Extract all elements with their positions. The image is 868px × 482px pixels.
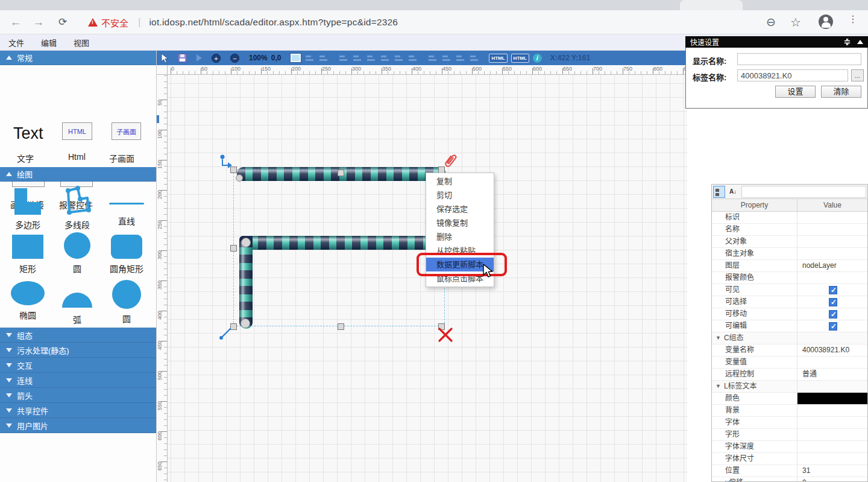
property-value[interactable] bbox=[797, 441, 867, 452]
security-chip[interactable]: 不安全 | iot.idosp.net/html/scada/editor.as… bbox=[88, 16, 398, 29]
pipe-joint[interactable] bbox=[236, 174, 243, 182]
display-name-input[interactable] bbox=[737, 53, 861, 65]
menubar-item-0[interactable]: 文件 bbox=[0, 34, 33, 50]
property-value[interactable] bbox=[797, 296, 867, 308]
back-icon[interactable]: ← bbox=[8, 15, 23, 30]
property-row[interactable]: 位置31 bbox=[712, 465, 867, 477]
sidebar-section-collapsed-0[interactable]: 组态 bbox=[0, 328, 156, 343]
paste-icon[interactable] bbox=[318, 54, 329, 63]
property-row[interactable]: 远程控制普通 bbox=[712, 369, 867, 381]
text-widget-preview[interactable]: Text bbox=[13, 124, 43, 143]
context-menu-item-0[interactable]: 复制 bbox=[426, 174, 494, 188]
dock-icon[interactable] bbox=[843, 38, 851, 46]
property-row[interactable]: x偏移0 bbox=[712, 477, 867, 482]
menubar-item-1[interactable]: 编辑 bbox=[33, 34, 65, 50]
property-value[interactable]: 普通 bbox=[797, 369, 867, 380]
context-menu-item-1[interactable]: 剪切 bbox=[426, 188, 494, 202]
property-row[interactable]: 宿主对象 bbox=[712, 248, 867, 260]
sidebar-section-drawing[interactable]: 绘图 bbox=[0, 167, 156, 182]
same-height-icon[interactable] bbox=[441, 54, 451, 63]
property-row[interactable]: 图层nodeLayer bbox=[712, 260, 867, 272]
group-collapse-icon[interactable]: ▼ bbox=[715, 381, 721, 392]
property-value[interactable] bbox=[797, 224, 867, 235]
collapse-panel-icon[interactable] bbox=[857, 40, 863, 44]
property-row[interactable]: 可选择 bbox=[712, 296, 867, 308]
property-row[interactable]: 可编辑 bbox=[712, 320, 867, 332]
align-right-icon[interactable] bbox=[366, 54, 376, 63]
pipe-corner-joint[interactable] bbox=[241, 238, 251, 247]
sidebar-section-general[interactable]: 常规 bbox=[0, 51, 156, 65]
align-center-icon[interactable] bbox=[352, 54, 362, 63]
property-value[interactable] bbox=[797, 453, 867, 465]
profile-avatar[interactable] bbox=[819, 14, 833, 29]
property-value[interactable]: 31 bbox=[797, 465, 867, 477]
property-value[interactable] bbox=[797, 272, 867, 284]
property-row[interactable]: 字体尺寸 bbox=[712, 453, 867, 465]
checkbox-checked-icon[interactable] bbox=[829, 286, 837, 294]
tag-browse-button[interactable]: ... bbox=[851, 69, 864, 81]
sidebar-section-collapsed-4[interactable]: 箭头 bbox=[0, 388, 156, 403]
property-value[interactable]: nodeLayer bbox=[797, 260, 867, 271]
group-collapse-icon[interactable]: ▼ bbox=[715, 332, 721, 344]
context-menu-item-2[interactable]: 保存选定 bbox=[426, 202, 494, 216]
property-value[interactable]: 0 bbox=[797, 477, 867, 482]
property-row[interactable]: 字形 bbox=[712, 429, 867, 441]
shape-arc[interactable]: 弧 bbox=[53, 281, 101, 325]
select-cursor-icon[interactable] bbox=[160, 53, 168, 63]
selection-handle-tm[interactable] bbox=[338, 170, 344, 176]
menubar-item-2[interactable]: 视图 bbox=[65, 34, 98, 50]
property-row[interactable]: 父对象 bbox=[712, 236, 867, 248]
shape-ellipse[interactable]: 椭圆 bbox=[4, 281, 52, 321]
save-icon[interactable] bbox=[178, 54, 187, 62]
property-value[interactable] bbox=[797, 212, 867, 223]
url-text[interactable]: iot.idosp.net/html/scada/editor.aspx.htm… bbox=[149, 17, 398, 28]
selection-handle-bm[interactable] bbox=[338, 323, 344, 330]
property-row[interactable]: ▼L标签文本 bbox=[712, 381, 867, 393]
property-value[interactable] bbox=[797, 417, 867, 428]
color-swatch[interactable] bbox=[797, 393, 867, 404]
screen-settings-icon[interactable] bbox=[291, 54, 301, 62]
property-row[interactable]: 背景 bbox=[712, 405, 867, 417]
align-top-icon[interactable] bbox=[380, 54, 390, 63]
copy-icon[interactable] bbox=[304, 54, 315, 63]
run-icon[interactable] bbox=[197, 54, 202, 62]
shape-rounded-rect[interactable]: 圆角矩形 bbox=[102, 235, 151, 274]
shape-rect[interactable]: 矩形 bbox=[4, 235, 52, 274]
property-row[interactable]: 标识 bbox=[712, 212, 867, 224]
property-row[interactable]: 变量值 bbox=[712, 357, 867, 369]
categorized-view-icon[interactable] bbox=[713, 186, 725, 198]
shape-polyline[interactable]: 多线段 bbox=[53, 186, 101, 230]
context-menu-item-3[interactable]: 镜像复制 bbox=[426, 216, 494, 230]
property-row[interactable]: 名称 bbox=[712, 224, 867, 236]
distribute-icon[interactable] bbox=[469, 54, 479, 63]
property-row[interactable]: 可见 bbox=[712, 284, 867, 296]
property-row[interactable]: ▼C组态 bbox=[712, 332, 867, 344]
property-row[interactable]: 字体深度 bbox=[712, 441, 867, 453]
checkbox-checked-icon[interactable] bbox=[829, 310, 837, 319]
sidebar-section-collapsed-3[interactable]: 连线 bbox=[0, 373, 156, 388]
checkbox-checked-icon[interactable] bbox=[829, 298, 837, 306]
property-row[interactable]: 颜色 bbox=[712, 393, 867, 405]
property-value[interactable]: 400038921.K0 bbox=[797, 344, 867, 356]
pipe-end-joint[interactable] bbox=[241, 319, 250, 328]
checkbox-checked-icon[interactable] bbox=[829, 322, 837, 331]
property-value[interactable] bbox=[797, 393, 867, 404]
sidebar-section-collapsed-5[interactable]: 共享控件 bbox=[0, 403, 156, 418]
forward-icon[interactable]: → bbox=[31, 15, 46, 30]
shape-circle-2[interactable]: 圆 bbox=[102, 280, 151, 325]
property-row[interactable]: 字体 bbox=[712, 417, 867, 429]
shape-circle[interactable]: 圆 bbox=[53, 232, 101, 274]
align-middle-icon[interactable] bbox=[394, 54, 404, 63]
quick-settings-titlebar[interactable]: 快速设置 bbox=[685, 36, 868, 48]
same-width-icon[interactable] bbox=[427, 54, 438, 63]
property-value[interactable] bbox=[797, 429, 867, 440]
property-value[interactable] bbox=[797, 332, 867, 344]
reload-icon[interactable]: ⟳ bbox=[55, 15, 70, 30]
html-import-icon[interactable]: HTML bbox=[511, 54, 529, 63]
shape-polygon[interactable]: 多边形 bbox=[4, 188, 52, 230]
browser-tab[interactable] bbox=[680, 0, 743, 10]
html-export-icon[interactable]: HTML bbox=[489, 54, 507, 63]
property-value[interactable] bbox=[797, 405, 867, 416]
delete-x-icon[interactable] bbox=[437, 326, 454, 343]
browser-menu-icon[interactable]: ⋮ bbox=[846, 17, 860, 31]
